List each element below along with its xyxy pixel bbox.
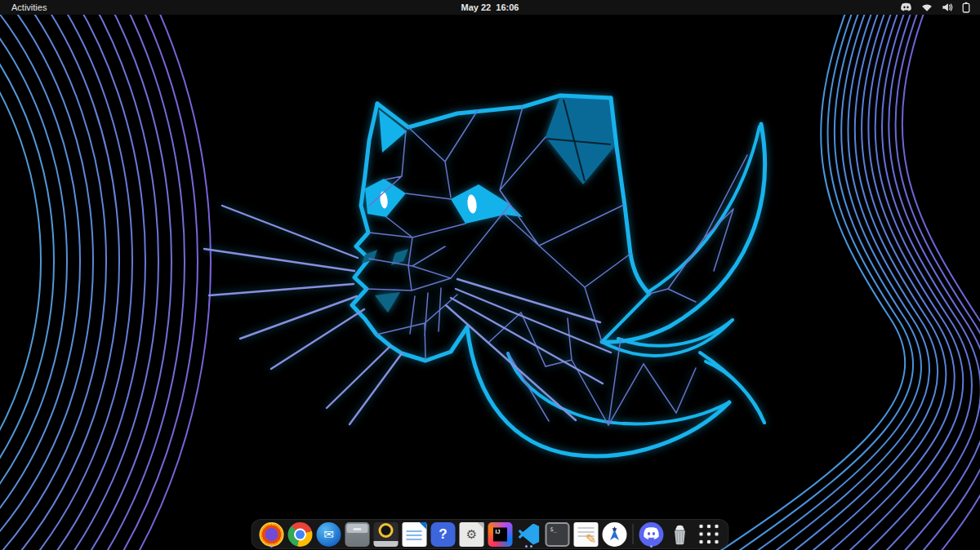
dock-item-settings-file[interactable]: ⚙ <box>460 520 484 548</box>
right-wave-lines <box>689 0 980 550</box>
battery-icon <box>962 2 970 13</box>
trash-icon <box>668 522 693 547</box>
top-bar: Activities May 22 16:06 <box>0 0 980 15</box>
dock-item-files[interactable] <box>345 520 370 548</box>
desktop-wallpaper <box>0 0 980 550</box>
libreoffice-writer-icon <box>403 522 427 547</box>
intellij-icon: IJ <box>488 522 513 547</box>
cat-nose <box>375 292 400 313</box>
wifi-icon <box>921 2 933 12</box>
dock-item-help[interactable]: ? <box>431 520 456 548</box>
cat-wing-inner <box>649 126 760 291</box>
dock-item-chrome[interactable] <box>288 520 313 548</box>
question-glyph: ? <box>439 526 447 542</box>
wireframe-cat <box>204 95 765 456</box>
cat-right-ear-fill <box>546 96 614 184</box>
cat-neck-line <box>602 294 649 342</box>
activities-button[interactable]: Activities <box>0 2 58 12</box>
prompt-glyph: $_ <box>550 526 557 533</box>
files-icon <box>345 522 370 547</box>
dock-item-vscode[interactable] <box>517 520 541 548</box>
cat-right-eye <box>451 184 523 224</box>
dock-item-trash[interactable] <box>668 520 693 548</box>
terminal-icon: $_ <box>546 522 570 547</box>
clock[interactable]: May 22 16:06 <box>461 2 519 12</box>
gear-glyph: ⚙ <box>466 527 477 542</box>
dock-item-discord[interactable] <box>639 520 664 548</box>
settings-file-icon: ⚙ <box>460 522 484 547</box>
dock-item-intellij[interactable]: IJ <box>488 520 513 548</box>
dock-item-app-grid[interactable] <box>697 520 721 548</box>
dock-separator <box>633 524 634 544</box>
dock-item-thunderbird[interactable]: ✉ <box>317 520 341 548</box>
app-grid-icon <box>697 523 719 545</box>
disks-icon <box>374 522 399 547</box>
ij-glyph: IJ <box>496 529 501 534</box>
system-tray[interactable] <box>900 2 980 13</box>
cat-whiskers <box>204 206 611 424</box>
vscode-icon <box>517 522 541 547</box>
left-wave-lines <box>0 0 211 550</box>
cat-ruff-mid-outer <box>602 320 733 356</box>
volume-icon <box>942 2 953 12</box>
thunderbird-icon: ✉ <box>317 522 341 547</box>
firefox-icon <box>260 522 284 547</box>
running-indicator <box>525 545 532 548</box>
discord-tray-icon <box>900 2 912 12</box>
chrome-icon <box>288 522 313 547</box>
rocket-app-icon <box>603 522 627 547</box>
running-indicator <box>270 545 273 548</box>
dock-item-text-editor[interactable]: ✎ <box>574 520 599 548</box>
pencil-glyph: ✎ <box>586 533 596 546</box>
running-indicator <box>650 545 653 548</box>
dock-item-firefox[interactable] <box>260 520 284 548</box>
dock-item-disks[interactable] <box>374 520 399 548</box>
help-icon: ? <box>431 522 456 547</box>
dock-item-rocket-app[interactable] <box>603 520 627 548</box>
envelope-glyph: ✉ <box>323 527 334 539</box>
dock: ✉ ? ⚙ IJ $_ ✎ <box>252 519 729 549</box>
text-editor-icon: ✎ <box>574 522 599 547</box>
discord-icon <box>639 522 664 547</box>
dock-item-terminal[interactable]: $_ <box>546 520 570 548</box>
dock-item-libreoffice-writer[interactable] <box>403 520 427 548</box>
